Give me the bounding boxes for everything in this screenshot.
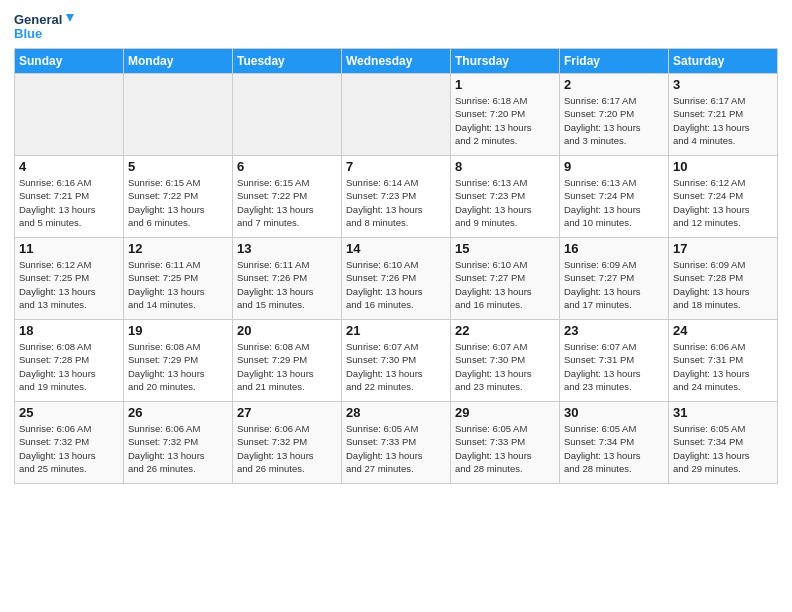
day-number: 31 — [673, 405, 773, 420]
day-info: Sunrise: 6:15 AMSunset: 7:22 PMDaylight:… — [128, 176, 228, 229]
calendar-cell: 13Sunrise: 6:11 AMSunset: 7:26 PMDayligh… — [233, 238, 342, 320]
day-number: 7 — [346, 159, 446, 174]
day-number: 1 — [455, 77, 555, 92]
calendar-cell: 30Sunrise: 6:05 AMSunset: 7:34 PMDayligh… — [560, 402, 669, 484]
calendar-cell: 15Sunrise: 6:10 AMSunset: 7:27 PMDayligh… — [451, 238, 560, 320]
day-number: 3 — [673, 77, 773, 92]
calendar-cell: 12Sunrise: 6:11 AMSunset: 7:25 PMDayligh… — [124, 238, 233, 320]
day-number: 15 — [455, 241, 555, 256]
day-info: Sunrise: 6:09 AMSunset: 7:27 PMDaylight:… — [564, 258, 664, 311]
calendar-cell — [124, 74, 233, 156]
day-info: Sunrise: 6:06 AMSunset: 7:31 PMDaylight:… — [673, 340, 773, 393]
day-number: 10 — [673, 159, 773, 174]
day-info: Sunrise: 6:15 AMSunset: 7:22 PMDaylight:… — [237, 176, 337, 229]
calendar-cell: 19Sunrise: 6:08 AMSunset: 7:29 PMDayligh… — [124, 320, 233, 402]
calendar-cell: 3Sunrise: 6:17 AMSunset: 7:21 PMDaylight… — [669, 74, 778, 156]
calendar-cell: 22Sunrise: 6:07 AMSunset: 7:30 PMDayligh… — [451, 320, 560, 402]
calendar-cell: 27Sunrise: 6:06 AMSunset: 7:32 PMDayligh… — [233, 402, 342, 484]
weekday-header: Friday — [560, 49, 669, 74]
calendar-cell: 11Sunrise: 6:12 AMSunset: 7:25 PMDayligh… — [15, 238, 124, 320]
day-number: 2 — [564, 77, 664, 92]
day-number: 18 — [19, 323, 119, 338]
calendar-cell: 28Sunrise: 6:05 AMSunset: 7:33 PMDayligh… — [342, 402, 451, 484]
day-info: Sunrise: 6:13 AMSunset: 7:23 PMDaylight:… — [455, 176, 555, 229]
day-info: Sunrise: 6:05 AMSunset: 7:33 PMDaylight:… — [455, 422, 555, 475]
calendar-week-row: 18Sunrise: 6:08 AMSunset: 7:28 PMDayligh… — [15, 320, 778, 402]
weekday-header: Wednesday — [342, 49, 451, 74]
day-info: Sunrise: 6:11 AMSunset: 7:25 PMDaylight:… — [128, 258, 228, 311]
calendar-cell: 10Sunrise: 6:12 AMSunset: 7:24 PMDayligh… — [669, 156, 778, 238]
day-number: 20 — [237, 323, 337, 338]
calendar-cell — [342, 74, 451, 156]
weekday-header: Sunday — [15, 49, 124, 74]
day-number: 19 — [128, 323, 228, 338]
calendar-cell: 20Sunrise: 6:08 AMSunset: 7:29 PMDayligh… — [233, 320, 342, 402]
day-info: Sunrise: 6:06 AMSunset: 7:32 PMDaylight:… — [128, 422, 228, 475]
day-info: Sunrise: 6:06 AMSunset: 7:32 PMDaylight:… — [237, 422, 337, 475]
day-info: Sunrise: 6:05 AMSunset: 7:34 PMDaylight:… — [564, 422, 664, 475]
calendar-table: SundayMondayTuesdayWednesdayThursdayFrid… — [14, 48, 778, 484]
day-number: 9 — [564, 159, 664, 174]
calendar-cell: 4Sunrise: 6:16 AMSunset: 7:21 PMDaylight… — [15, 156, 124, 238]
calendar-cell — [15, 74, 124, 156]
svg-text:General: General — [14, 12, 62, 27]
calendar-cell — [233, 74, 342, 156]
page-container: General Blue SundayMondayTuesdayWednesda… — [0, 0, 792, 612]
calendar-cell: 25Sunrise: 6:06 AMSunset: 7:32 PMDayligh… — [15, 402, 124, 484]
calendar-cell: 5Sunrise: 6:15 AMSunset: 7:22 PMDaylight… — [124, 156, 233, 238]
day-info: Sunrise: 6:07 AMSunset: 7:31 PMDaylight:… — [564, 340, 664, 393]
day-info: Sunrise: 6:07 AMSunset: 7:30 PMDaylight:… — [346, 340, 446, 393]
calendar-cell: 21Sunrise: 6:07 AMSunset: 7:30 PMDayligh… — [342, 320, 451, 402]
day-number: 12 — [128, 241, 228, 256]
day-info: Sunrise: 6:11 AMSunset: 7:26 PMDaylight:… — [237, 258, 337, 311]
day-number: 14 — [346, 241, 446, 256]
day-info: Sunrise: 6:06 AMSunset: 7:32 PMDaylight:… — [19, 422, 119, 475]
day-number: 24 — [673, 323, 773, 338]
day-info: Sunrise: 6:12 AMSunset: 7:25 PMDaylight:… — [19, 258, 119, 311]
day-number: 17 — [673, 241, 773, 256]
day-number: 26 — [128, 405, 228, 420]
weekday-header: Monday — [124, 49, 233, 74]
day-info: Sunrise: 6:08 AMSunset: 7:29 PMDaylight:… — [128, 340, 228, 393]
day-number: 30 — [564, 405, 664, 420]
header: General Blue — [14, 10, 778, 42]
calendar-body: 1Sunrise: 6:18 AMSunset: 7:20 PMDaylight… — [15, 74, 778, 484]
day-number: 5 — [128, 159, 228, 174]
calendar-cell: 26Sunrise: 6:06 AMSunset: 7:32 PMDayligh… — [124, 402, 233, 484]
day-info: Sunrise: 6:17 AMSunset: 7:20 PMDaylight:… — [564, 94, 664, 147]
weekday-header: Thursday — [451, 49, 560, 74]
day-info: Sunrise: 6:09 AMSunset: 7:28 PMDaylight:… — [673, 258, 773, 311]
day-number: 16 — [564, 241, 664, 256]
calendar-cell: 31Sunrise: 6:05 AMSunset: 7:34 PMDayligh… — [669, 402, 778, 484]
calendar-cell: 9Sunrise: 6:13 AMSunset: 7:24 PMDaylight… — [560, 156, 669, 238]
day-info: Sunrise: 6:08 AMSunset: 7:29 PMDaylight:… — [237, 340, 337, 393]
calendar-cell: 8Sunrise: 6:13 AMSunset: 7:23 PMDaylight… — [451, 156, 560, 238]
day-number: 6 — [237, 159, 337, 174]
day-number: 21 — [346, 323, 446, 338]
day-number: 13 — [237, 241, 337, 256]
calendar-cell: 17Sunrise: 6:09 AMSunset: 7:28 PMDayligh… — [669, 238, 778, 320]
weekday-header: Saturday — [669, 49, 778, 74]
day-info: Sunrise: 6:18 AMSunset: 7:20 PMDaylight:… — [455, 94, 555, 147]
day-number: 22 — [455, 323, 555, 338]
day-number: 27 — [237, 405, 337, 420]
day-info: Sunrise: 6:07 AMSunset: 7:30 PMDaylight:… — [455, 340, 555, 393]
weekday-header: Tuesday — [233, 49, 342, 74]
day-info: Sunrise: 6:10 AMSunset: 7:27 PMDaylight:… — [455, 258, 555, 311]
calendar-cell: 18Sunrise: 6:08 AMSunset: 7:28 PMDayligh… — [15, 320, 124, 402]
logo: General Blue — [14, 10, 74, 42]
calendar-week-row: 25Sunrise: 6:06 AMSunset: 7:32 PMDayligh… — [15, 402, 778, 484]
calendar-week-row: 1Sunrise: 6:18 AMSunset: 7:20 PMDaylight… — [15, 74, 778, 156]
day-number: 4 — [19, 159, 119, 174]
calendar-week-row: 11Sunrise: 6:12 AMSunset: 7:25 PMDayligh… — [15, 238, 778, 320]
day-number: 8 — [455, 159, 555, 174]
day-info: Sunrise: 6:17 AMSunset: 7:21 PMDaylight:… — [673, 94, 773, 147]
day-number: 23 — [564, 323, 664, 338]
svg-marker-2 — [66, 14, 74, 22]
day-info: Sunrise: 6:10 AMSunset: 7:26 PMDaylight:… — [346, 258, 446, 311]
calendar-cell: 14Sunrise: 6:10 AMSunset: 7:26 PMDayligh… — [342, 238, 451, 320]
svg-text:Blue: Blue — [14, 26, 42, 41]
day-info: Sunrise: 6:14 AMSunset: 7:23 PMDaylight:… — [346, 176, 446, 229]
calendar-cell: 29Sunrise: 6:05 AMSunset: 7:33 PMDayligh… — [451, 402, 560, 484]
day-number: 11 — [19, 241, 119, 256]
